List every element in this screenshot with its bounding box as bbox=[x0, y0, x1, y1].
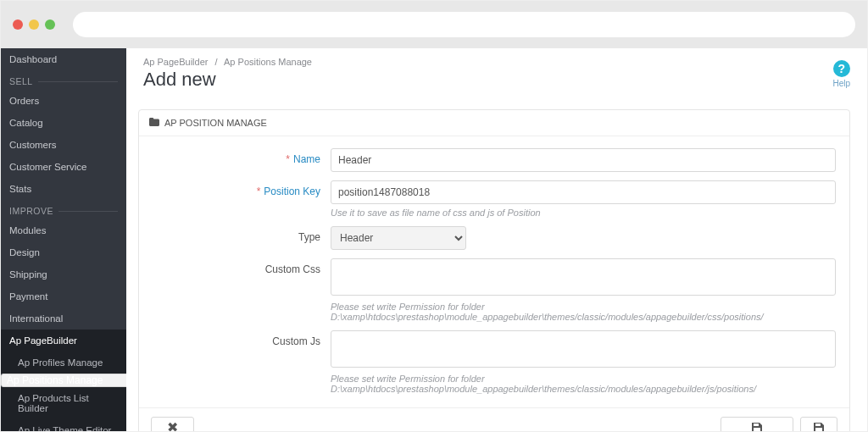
textarea-custom-css[interactable] bbox=[331, 258, 836, 296]
sidebar-sub-profiles[interactable]: Ap Profiles Manage bbox=[1, 352, 126, 374]
help-button[interactable]: ? Help bbox=[832, 60, 850, 88]
breadcrumb-current: Ap Positions Manage bbox=[224, 57, 312, 67]
save-button[interactable]: Save bbox=[800, 417, 837, 432]
breadcrumb: Ap PageBuilder / Ap Positions Manage bbox=[143, 57, 850, 67]
sidebar-item-customers[interactable]: Customers bbox=[1, 134, 126, 156]
hint-custom-css: Please set write Permission for folder D… bbox=[331, 302, 836, 322]
window-min-dot[interactable] bbox=[29, 19, 39, 30]
sidebar-item-orders[interactable]: Orders bbox=[1, 90, 126, 112]
hint-custom-js: Please set write Permission for folder D… bbox=[331, 374, 836, 394]
sidebar-item-pagebuilder[interactable]: Ap PageBuilder bbox=[1, 330, 126, 352]
sidebar-dashboard[interactable]: Dashboard bbox=[1, 48, 126, 70]
label-name: *Name bbox=[153, 148, 331, 165]
sidebar-sub-live-theme[interactable]: Ap Live Theme Editor bbox=[1, 419, 126, 432]
save-and-stay-button[interactable]: Save and Stay bbox=[721, 417, 793, 432]
panel-title-text: AP POSITION MANAGE bbox=[164, 118, 267, 128]
input-position-key[interactable] bbox=[331, 180, 836, 204]
sidebar-item-stats[interactable]: Stats bbox=[1, 178, 126, 200]
hint-position-key: Use it to save as file name of css and j… bbox=[331, 208, 836, 218]
save-icon bbox=[728, 421, 786, 432]
label-type: Type bbox=[153, 226, 331, 243]
help-icon: ? bbox=[833, 60, 850, 77]
sidebar-section-sell: SELL bbox=[1, 70, 126, 90]
panel-heading: AP POSITION MANAGE bbox=[139, 110, 849, 136]
url-bar[interactable] bbox=[73, 12, 855, 37]
breadcrumb-parent[interactable]: Ap PageBuilder bbox=[143, 57, 208, 67]
label-custom-css: Custom Css bbox=[153, 258, 331, 275]
window-max-dot[interactable] bbox=[45, 19, 55, 30]
browser-chrome bbox=[1, 1, 867, 48]
sidebar: Dashboard SELL Orders Catalog Customers … bbox=[1, 48, 126, 432]
sidebar-item-payment[interactable]: Payment bbox=[1, 285, 126, 307]
input-name[interactable] bbox=[331, 148, 836, 172]
form-panel: AP POSITION MANAGE *Name *Position Key U… bbox=[138, 109, 850, 432]
help-label: Help bbox=[832, 79, 850, 88]
select-type[interactable]: Header bbox=[331, 226, 466, 250]
sidebar-section-improve: IMPROVE bbox=[1, 200, 126, 219]
label-position-key: *Position Key bbox=[153, 180, 331, 197]
save-icon bbox=[808, 421, 830, 432]
cancel-button[interactable]: ✖ Cancel bbox=[151, 417, 194, 432]
page-title: Add new bbox=[143, 69, 850, 91]
sidebar-item-modules[interactable]: Modules bbox=[1, 219, 126, 241]
sidebar-item-catalog[interactable]: Catalog bbox=[1, 112, 126, 134]
folder-icon bbox=[149, 118, 159, 128]
label-custom-js: Custom Js bbox=[153, 330, 331, 347]
sidebar-item-shipping[interactable]: Shipping bbox=[1, 263, 126, 285]
sidebar-sub-products-list[interactable]: Ap Products List Builder bbox=[1, 387, 126, 419]
window-close-dot[interactable] bbox=[13, 19, 23, 30]
sidebar-item-design[interactable]: Design bbox=[1, 241, 126, 263]
textarea-custom-js[interactable] bbox=[331, 330, 836, 368]
sidebar-item-customer-service[interactable]: Customer Service bbox=[1, 156, 126, 178]
sidebar-sub-positions[interactable]: Ap Positions Manage bbox=[1, 374, 136, 387]
close-icon: ✖ bbox=[159, 421, 186, 432]
sidebar-item-international[interactable]: International bbox=[1, 307, 126, 330]
